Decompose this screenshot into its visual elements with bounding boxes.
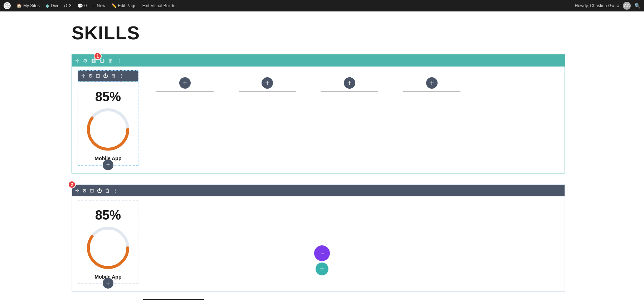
divi-link[interactable]: ◆ Divi xyxy=(45,3,58,9)
column-add-btn-5[interactable]: + xyxy=(426,77,438,89)
column-1: ✛ ⚙ ⊡ ⏻ 🗑 ⋮ 85% Mobile App xyxy=(72,70,144,166)
more-options-button[interactable]: ··· xyxy=(314,245,330,261)
my-sites-link[interactable]: 🏠 My Sites xyxy=(16,3,40,8)
plus-icon: + xyxy=(92,3,95,9)
column-add-btn-2[interactable]: + xyxy=(179,77,191,89)
column-4-placeholder: + xyxy=(308,70,391,99)
module-2: 85% Mobile App + xyxy=(78,200,138,284)
comments-icon: 💬 xyxy=(77,3,83,9)
section-row-1: ✛ ⚙ ▦ ⏻ 🗑 ⋮ 1 ✛ ⚙ ⊡ ⏻ 🗑 ⋮ xyxy=(72,54,565,173)
page-title: SKILLS xyxy=(72,22,572,44)
columns-row: ✛ ⚙ ⊡ ⏻ 🗑 ⋮ 85% Mobile App xyxy=(72,67,565,173)
section-row-2: 2 ✛ ⚙ ⊡ ⏻ 🗑 ⋮ 85% Mobile App + xyxy=(72,184,565,292)
add-section-icon: + xyxy=(320,265,324,273)
module-1: 85% Mobile App + xyxy=(78,82,138,166)
row-move-icon[interactable]: ✛ xyxy=(75,58,79,64)
module-settings-icon-1[interactable]: ⚙ xyxy=(88,73,93,79)
module-1-percentage: 85% xyxy=(95,89,121,104)
module-delete-icon-1[interactable]: 🗑 xyxy=(111,73,116,79)
add-module-btn-2[interactable]: + xyxy=(103,278,113,289)
module-power-icon-1[interactable]: ⏻ xyxy=(103,73,108,79)
row-toolbar-green: ✛ ⚙ ▦ ⏻ 🗑 ⋮ 1 xyxy=(72,55,565,67)
add-section-button[interactable]: + xyxy=(316,263,328,275)
pencil-icon: ✏️ xyxy=(111,3,117,8)
new-link[interactable]: + New xyxy=(92,3,105,9)
search-icon[interactable]: 🔍 xyxy=(634,3,640,9)
module-2-circle-chart xyxy=(85,225,131,271)
bottom-floating-buttons: ··· + xyxy=(314,245,330,275)
column-divider-4 xyxy=(321,92,378,92)
howdy-text: Howdy, Christina Gwira xyxy=(575,3,619,8)
column-divider-5 xyxy=(403,92,460,92)
column-3-placeholder: + xyxy=(226,70,308,99)
module-move-icon-1[interactable]: ✛ xyxy=(81,73,86,79)
edit-page-link[interactable]: ✏️ Edit Page xyxy=(111,3,137,8)
row-more-icon-2[interactable]: ⋮ xyxy=(113,188,118,193)
user-avatar[interactable]: CG xyxy=(623,2,631,10)
module-2-percentage: 85% xyxy=(95,208,121,223)
revisions-icon: ↺ xyxy=(64,3,68,9)
module-resize-icon-1[interactable]: ⊡ xyxy=(96,73,100,79)
badge-1: 1 xyxy=(94,52,102,60)
column-divider-2 xyxy=(156,92,214,92)
column-add-btn-4[interactable]: + xyxy=(344,77,355,89)
row-delete-icon[interactable]: 🗑 xyxy=(108,58,113,64)
module-toolbar-1: ✛ ⚙ ⊡ ⏻ 🗑 ⋮ xyxy=(78,70,138,82)
comments-link[interactable]: 💬 0 xyxy=(77,3,87,9)
module-2-row: 85% Mobile App + xyxy=(72,196,565,291)
revisions-link[interactable]: ↺ 3 xyxy=(64,3,72,9)
exit-visual-builder-link[interactable]: Exit Visual Builder xyxy=(142,3,177,8)
bottom-line xyxy=(143,299,204,300)
home-icon: 🏠 xyxy=(16,3,22,8)
column-5-placeholder: + xyxy=(391,70,473,99)
badge-2: 2 xyxy=(68,181,76,188)
add-module-btn-1[interactable]: + xyxy=(103,160,113,170)
row-settings-icon-2[interactable]: ⚙ xyxy=(82,188,87,193)
row-resize-icon-2[interactable]: ⊡ xyxy=(90,188,94,193)
wp-logo[interactable] xyxy=(4,2,11,9)
row-settings-icon[interactable]: ⚙ xyxy=(83,58,88,64)
admin-bar: 🏠 My Sites ◆ Divi ↺ 3 💬 0 + New ✏️ Edit … xyxy=(0,0,644,11)
row-toolbar-2: ✛ ⚙ ⊡ ⏻ 🗑 ⋮ xyxy=(72,185,565,196)
module-more-icon-1[interactable]: ⋮ xyxy=(119,73,124,79)
more-options-icon: ··· xyxy=(320,249,324,258)
row-move-icon-2[interactable]: ✛ xyxy=(75,188,79,193)
divi-icon: ◆ xyxy=(45,3,49,9)
row-more-icon[interactable]: ⋮ xyxy=(117,58,122,64)
admin-bar-right: Howdy, Christina Gwira CG 🔍 xyxy=(575,2,640,10)
column-divider-3 xyxy=(239,92,296,92)
column-2-placeholder: + xyxy=(144,70,226,99)
row-power-icon-2[interactable]: ⏻ xyxy=(97,188,102,193)
row-delete-icon-2[interactable]: 🗑 xyxy=(105,188,110,193)
column-add-btn-3[interactable]: + xyxy=(262,77,273,89)
module-1-circle-chart xyxy=(85,106,131,153)
